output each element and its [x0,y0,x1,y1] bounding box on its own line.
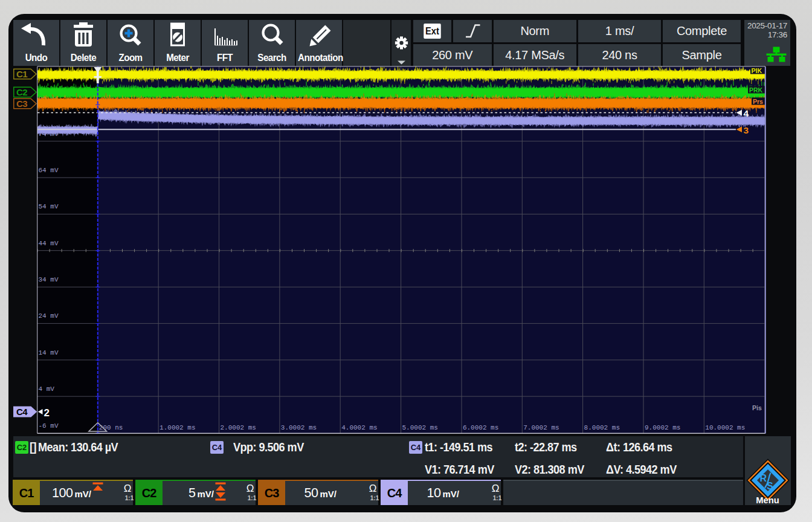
svg-text:64 mV: 64 mV [39,167,59,174]
svg-text:4.0002 ms: 4.0002 ms [341,424,377,431]
svg-text:2.0002 ms: 2.0002 ms [221,424,256,431]
svg-text:9.0002 ms: 9.0002 ms [645,424,680,431]
svg-text:7.0002 ms: 7.0002 ms [523,424,559,431]
svg-text:3: 3 [744,125,749,135]
svg-text:3.0002 ms: 3.0002 ms [281,424,317,431]
svg-text:14 mV: 14 mV [39,349,59,356]
svg-text:PRK: PRK [749,86,763,94]
svg-text:1.0002 ms: 1.0002 ms [160,424,195,431]
svg-text:2: 2 [44,407,50,419]
svg-text:PIK: PIK [752,67,762,74]
svg-text:44 mV: 44 mV [39,240,59,247]
svg-text:34 mV: 34 mV [39,276,59,283]
svg-text:5.0002 ms: 5.0002 ms [402,424,438,431]
svg-text:10.0002 ms: 10.0002 ms [705,424,745,431]
svg-text:Prs: Prs [753,98,763,105]
svg-text:4 mV: 4 mV [39,385,55,393]
svg-text:Pis: Pis [752,404,762,411]
svg-text:24 mV: 24 mV [39,312,59,320]
svg-text:6.0002 ms: 6.0002 ms [463,424,498,431]
svg-text:-6 mV: -6 mV [39,422,59,430]
svg-text:4: 4 [744,108,749,118]
svg-text:54 mV: 54 mV [39,203,59,210]
svg-text:R: R [760,473,767,483]
svg-text:8.0002 ms: 8.0002 ms [584,424,620,431]
